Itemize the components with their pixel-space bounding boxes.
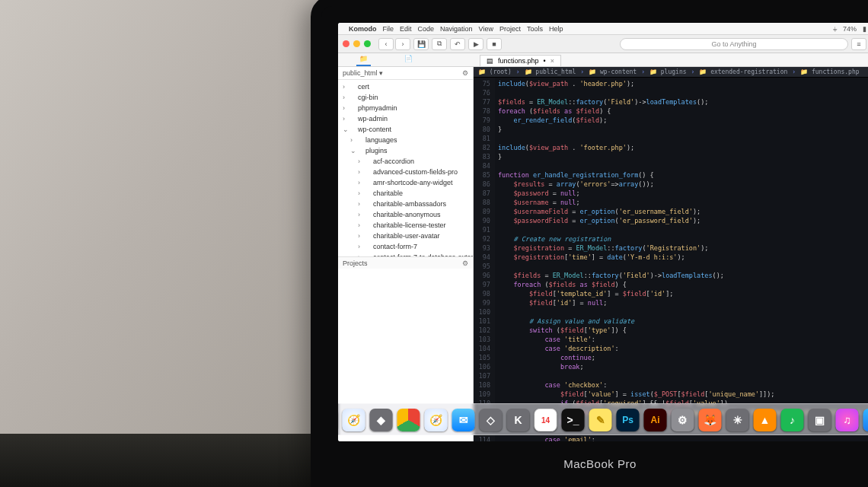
dock-komodo-icon[interactable]: K: [507, 409, 530, 431]
dock-app3-icon[interactable]: ✳: [726, 409, 749, 431]
wifi-icon[interactable]: ⏚: [833, 25, 837, 33]
dock-appstore-icon[interactable]: A: [863, 409, 869, 431]
screen: Komodo FileEditCodeNavigationViewProject…: [338, 23, 868, 441]
close-icon[interactable]: [343, 40, 349, 47]
tree-node[interactable]: ›charitable: [338, 188, 473, 199]
breadcrumb-segment[interactable]: 📁 (root): [478, 68, 512, 75]
menu-edit[interactable]: Edit: [400, 25, 412, 33]
tree-node[interactable]: ›acf-accordion: [338, 156, 473, 167]
dock-photoshop-icon[interactable]: Ps: [617, 409, 640, 431]
dock-app2-icon[interactable]: ◇: [480, 409, 503, 431]
dock-app4-icon[interactable]: ▣: [809, 409, 831, 431]
menu-project[interactable]: Project: [499, 25, 521, 33]
projects-panel-header[interactable]: Projects: [338, 256, 473, 269]
battery-percent: 74%: [843, 25, 857, 33]
tree-node[interactable]: ›charitable-license-tester: [338, 220, 473, 231]
dock-mail-icon[interactable]: ✉: [452, 409, 475, 431]
battery-icon: ▮: [863, 25, 866, 33]
undo-button[interactable]: ↶: [450, 38, 465, 50]
save-button[interactable]: 💾: [413, 38, 429, 50]
breadcrumb-segment[interactable]: 📁 extended-registration: [699, 68, 787, 75]
mac-menubar: Komodo FileEditCodeNavigationViewProject…: [338, 23, 868, 35]
tree-node[interactable]: ›charitable-user-avatar: [338, 231, 473, 241]
menu-view[interactable]: View: [479, 25, 493, 33]
tree-node[interactable]: ›languages: [338, 135, 473, 145]
dock-firefox-icon[interactable]: 🦊: [699, 409, 722, 431]
app-toolbar: ‹ › 💾 ⧉ ↶ ▶ ■ Go to Anything ≡: [338, 35, 868, 53]
breadcrumb-segment[interactable]: 📁 plugins: [649, 68, 687, 75]
dock-notes-icon[interactable]: ✎: [589, 409, 612, 431]
tree-node[interactable]: ⌄wp-content: [338, 124, 473, 135]
close-tab-icon[interactable]: ×: [550, 57, 554, 65]
tree-node[interactable]: ›contact-form-7: [338, 241, 473, 252]
breadcrumb-segment[interactable]: 📁 functions.php: [800, 68, 859, 75]
dock-safari2-icon[interactable]: 🧭: [425, 409, 448, 431]
dock-spotify-icon[interactable]: ♪: [781, 409, 804, 431]
dock-itunes-icon[interactable]: ♫: [836, 409, 859, 431]
save-all-button[interactable]: ⧉: [432, 38, 447, 50]
app-name[interactable]: Komodo: [349, 25, 377, 33]
photo-scene: Komodo FileEditCodeNavigationViewProject…: [0, 0, 868, 487]
tree-node[interactable]: ›phpmyadmin: [338, 103, 473, 113]
file-tree[interactable]: ›cert›cgi-bin›phpmyadmin›wp-admin⌄wp-con…: [338, 80, 473, 256]
places-tab-other[interactable]: 📄: [401, 53, 416, 66]
dirty-indicator: •: [544, 57, 546, 65]
menu-file[interactable]: File: [383, 25, 394, 33]
sidebar-root-crumb[interactable]: public_html ▾: [338, 67, 473, 80]
menu-navigation[interactable]: Navigation: [440, 25, 473, 33]
nav-fwd-button[interactable]: ›: [395, 38, 410, 50]
dock-calendar-icon[interactable]: 14: [535, 409, 557, 431]
dock-chrome-icon[interactable]: [397, 409, 420, 431]
tree-node[interactable]: ›wp-admin: [338, 113, 473, 124]
gear-icon[interactable]: [462, 259, 468, 266]
run-button[interactable]: ▶: [468, 38, 483, 50]
file-tab-label: functions.php: [498, 57, 539, 65]
breadcrumb-segment[interactable]: 📁 wp-content: [589, 68, 637, 75]
dock-vlc-icon[interactable]: ▲: [754, 409, 777, 431]
tab-strip: 📁 📄 ▤ functions.php • ×: [338, 53, 868, 67]
tree-node[interactable]: ›advanced-custom-fields-pro: [338, 167, 473, 177]
tree-node[interactable]: ›cgi-bin: [338, 92, 473, 103]
tree-node[interactable]: ›cert: [338, 81, 473, 92]
dock-settings-icon[interactable]: ⚙: [672, 409, 694, 431]
stop-button[interactable]: ■: [487, 38, 502, 50]
menu-code[interactable]: Code: [418, 25, 435, 33]
minimize-icon[interactable]: [353, 40, 360, 47]
dock-app1-icon[interactable]: ◆: [370, 409, 393, 431]
dock-safari-icon[interactable]: 🧭: [343, 409, 365, 431]
menu-help[interactable]: Help: [549, 25, 563, 33]
tree-node[interactable]: ›charitable-ambassadors: [338, 199, 473, 209]
laptop-bezel: Komodo FileEditCodeNavigationViewProject…: [311, 0, 868, 487]
breadcrumb-segment[interactable]: 📁 public_html: [525, 68, 576, 75]
window-controls[interactable]: [343, 40, 371, 47]
places-tab-files[interactable]: 📁: [356, 53, 371, 66]
laptop: Komodo FileEditCodeNavigationViewProject…: [311, 0, 868, 487]
toggle-right-pane[interactable]: ≡: [851, 38, 866, 50]
editor-tab-functions[interactable]: ▤ functions.php • ×: [480, 55, 561, 66]
dock-illustrator-icon[interactable]: Ai: [644, 409, 667, 431]
gear-icon[interactable]: [462, 69, 468, 77]
code-area[interactable]: include($view_path . 'header.php'); $fie…: [495, 78, 868, 441]
dock-terminal-icon[interactable]: >_: [562, 409, 585, 431]
go-to-anything-search[interactable]: Go to Anything: [620, 38, 848, 50]
tree-node[interactable]: ›charitable-anonymous: [338, 209, 473, 220]
tree-node[interactable]: ›amr-shortcode-any-widget: [338, 177, 473, 188]
zoom-icon[interactable]: [364, 40, 371, 47]
menu-tools[interactable]: Tools: [527, 25, 543, 33]
editor-breadcrumb[interactable]: 📁 (root)📁 public_html📁 wp-content📁 plugi…: [474, 67, 868, 78]
nav-back-button[interactable]: ‹: [378, 38, 394, 50]
file-icon: ▤: [487, 57, 493, 65]
sidebar: public_html ▾ ›cert›cgi-bin›phpmyadmin›w…: [338, 67, 474, 441]
code-editor[interactable]: 📁 (root)📁 public_html📁 wp-content📁 plugi…: [474, 67, 868, 441]
line-gutter: 75 76 77 78 79 80 81 82 83 84 85 86 87 8…: [474, 78, 495, 441]
tree-node[interactable]: ⌄plugins: [338, 145, 473, 156]
mac-dock[interactable]: ☺⌗🧭◆🧭✉◇K14>_✎PsAi⚙🦊✳▲♪▣♫A🗑: [338, 403, 868, 435]
laptop-brand-label: MacBook Pro: [563, 457, 637, 470]
